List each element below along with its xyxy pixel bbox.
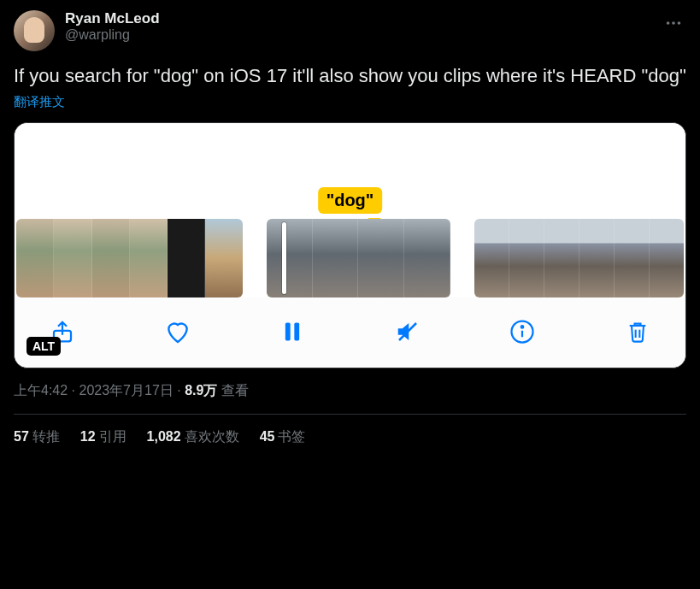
alt-badge[interactable]: ALT bbox=[26, 337, 61, 356]
clip-frame bbox=[579, 219, 615, 297]
clips-timeline[interactable] bbox=[15, 219, 685, 297]
svg-point-0 bbox=[667, 21, 670, 25]
svg-point-1 bbox=[672, 21, 675, 25]
tweet-meta[interactable]: 上午4:42 · 2023年7月17日 · 8.9万 查看 bbox=[14, 382, 686, 400]
clip-frame bbox=[404, 219, 450, 297]
tweet-stats: 57转推 12引用 1,082喜欢次数 45书签 bbox=[14, 415, 686, 446]
media-card[interactable]: "dog" bbox=[14, 122, 686, 368]
svg-rect-4 bbox=[285, 322, 291, 340]
clip-frame bbox=[358, 219, 404, 297]
tweet-header: Ryan McLeod @warpling bbox=[14, 10, 686, 51]
tweet-container: Ryan McLeod @warpling If you search for … bbox=[0, 0, 700, 446]
clip-frame bbox=[205, 219, 242, 297]
tweet-time: 上午4:42 bbox=[14, 383, 68, 398]
more-icon[interactable] bbox=[661, 10, 686, 36]
stat-quotes[interactable]: 12引用 bbox=[80, 428, 126, 446]
tweet-date: 2023年7月17日 bbox=[79, 383, 173, 398]
info-icon[interactable] bbox=[507, 316, 538, 347]
mute-icon[interactable] bbox=[392, 316, 423, 347]
search-term-tag: "dog" bbox=[318, 187, 383, 214]
handle: @warpling bbox=[65, 27, 661, 43]
playhead-icon[interactable] bbox=[282, 222, 286, 294]
svg-point-2 bbox=[678, 21, 681, 25]
views-count: 8.9万 bbox=[185, 383, 217, 398]
clip-frame bbox=[615, 219, 650, 297]
stat-retweets[interactable]: 57转推 bbox=[14, 428, 60, 446]
media-top-area: "dog" bbox=[15, 123, 685, 219]
translate-link[interactable]: 翻译推文 bbox=[14, 94, 65, 110]
clip-frame bbox=[168, 219, 205, 297]
clip-frame bbox=[130, 219, 168, 297]
clip-frame bbox=[650, 219, 684, 297]
clip-frame bbox=[509, 219, 544, 297]
svg-rect-5 bbox=[295, 322, 300, 340]
clip-frame bbox=[474, 219, 509, 297]
stat-bookmarks[interactable]: 45书签 bbox=[260, 428, 306, 446]
clip-frame bbox=[267, 219, 313, 297]
author-block[interactable]: Ryan McLeod @warpling bbox=[65, 10, 661, 43]
clip-frame bbox=[544, 219, 579, 297]
clip-frame bbox=[16, 219, 54, 297]
display-name: Ryan McLeod bbox=[65, 10, 661, 27]
svg-point-9 bbox=[521, 326, 524, 328]
trash-icon[interactable] bbox=[622, 316, 653, 347]
media-controls bbox=[15, 297, 685, 368]
clip-group[interactable] bbox=[16, 219, 243, 297]
views-label: 查看 bbox=[221, 383, 249, 398]
clip-group[interactable] bbox=[474, 219, 684, 297]
tweet-text: If you search for "dog" on iOS 17 it'll … bbox=[14, 63, 686, 89]
stat-likes[interactable]: 1,082喜欢次数 bbox=[147, 428, 239, 446]
avatar[interactable] bbox=[14, 10, 55, 51]
clip-group[interactable] bbox=[267, 219, 450, 297]
clip-frame bbox=[54, 219, 91, 297]
heart-icon[interactable] bbox=[162, 316, 193, 347]
pause-icon[interactable] bbox=[277, 316, 308, 347]
clip-frame bbox=[92, 219, 130, 297]
clip-frame bbox=[313, 219, 359, 297]
